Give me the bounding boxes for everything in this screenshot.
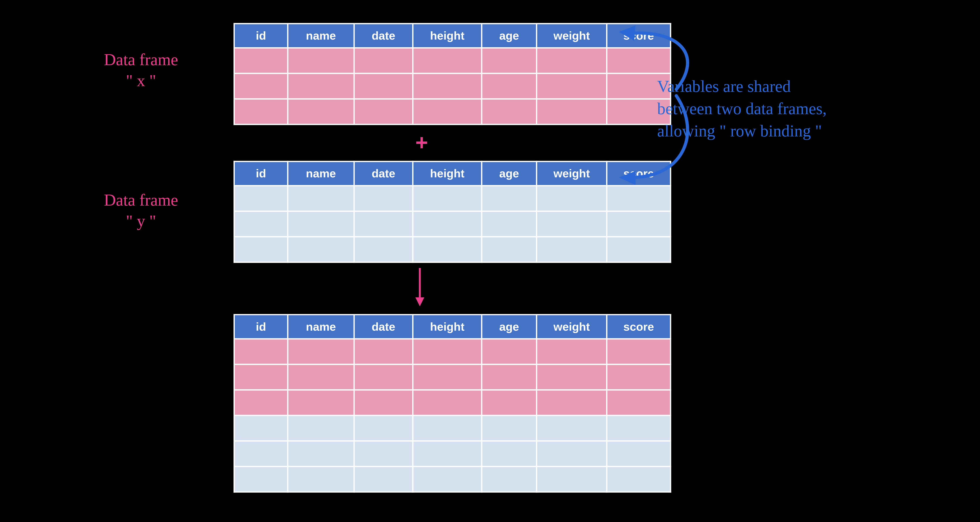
label-y-line1: Data frame <box>81 190 202 211</box>
annotation-line3: allowing " row binding " <box>657 120 932 142</box>
column-header-score: score <box>607 315 671 339</box>
table-row <box>234 48 671 73</box>
label-dataframe-y: Data frame " y " <box>81 190 202 232</box>
table-row <box>234 466 671 492</box>
column-header-weight: weight <box>536 161 607 186</box>
label-x-line1: Data frame <box>81 50 202 71</box>
column-header-name: name <box>288 315 354 339</box>
column-header-age: age <box>482 161 536 186</box>
svg-marker-3 <box>619 171 635 185</box>
column-header-age: age <box>482 315 536 339</box>
column-header-id: id <box>234 24 288 48</box>
table-row <box>234 390 671 415</box>
annotation-text: Variables are shared between two data fr… <box>657 75 932 142</box>
column-header-height: height <box>413 315 482 339</box>
table-row <box>234 237 671 263</box>
svg-marker-1 <box>415 298 425 306</box>
annotation-line1: Variables are shared <box>657 75 932 97</box>
label-dataframe-x: Data frame " x " <box>81 50 202 91</box>
table-row <box>234 339 671 364</box>
table-row <box>234 211 671 237</box>
table-row <box>234 186 671 211</box>
label-y-line2: " y " <box>81 211 202 232</box>
column-header-age: age <box>482 24 536 48</box>
label-x-line2: " x " <box>81 70 202 91</box>
table-y: idnamedateheightageweightscore <box>234 161 671 263</box>
table-row <box>234 99 671 124</box>
arrow-down-icon <box>414 267 426 308</box>
column-header-height: height <box>413 24 482 48</box>
plus-symbol: + <box>415 130 428 155</box>
column-header-date: date <box>354 161 413 186</box>
column-header-height: height <box>413 161 482 186</box>
table-row <box>234 364 671 390</box>
column-header-name: name <box>288 24 354 48</box>
column-header-weight: weight <box>536 315 607 339</box>
table-row <box>234 73 671 99</box>
table-row <box>234 415 671 441</box>
table-row <box>234 441 671 466</box>
column-header-name: name <box>288 161 354 186</box>
column-header-weight: weight <box>536 24 607 48</box>
table-result: idnamedateheightageweightscore <box>234 314 671 493</box>
column-header-date: date <box>354 315 413 339</box>
column-header-id: id <box>234 161 288 186</box>
table-x: idnamedateheightageweightscore <box>234 23 671 125</box>
annotation-line2: between two data frames, <box>657 98 932 120</box>
svg-marker-2 <box>619 25 635 41</box>
column-header-date: date <box>354 24 413 48</box>
column-header-id: id <box>234 315 288 339</box>
